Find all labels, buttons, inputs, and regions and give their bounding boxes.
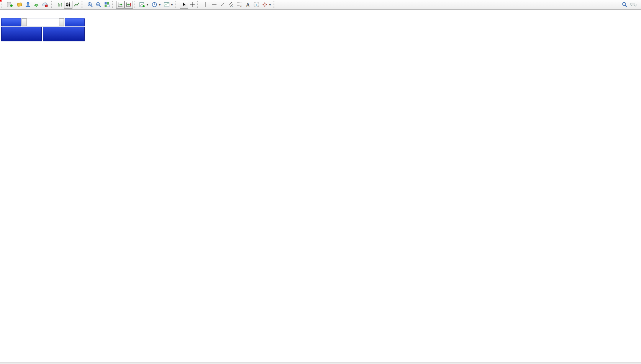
channel-icon: E <box>228 2 234 8</box>
window-bottom-strip <box>0 362 641 364</box>
volume-input[interactable] <box>27 18 59 26</box>
buy-button[interactable] <box>65 18 85 26</box>
zoom-in-button[interactable] <box>86 1 94 9</box>
signals-person-icon <box>25 2 31 8</box>
candlestick-chart-button[interactable] <box>64 1 72 9</box>
toolbar-grip[interactable] <box>112 1 115 8</box>
new-chart-dropdown[interactable]: ▼ <box>138 1 150 9</box>
auto-scroll-button[interactable] <box>116 1 125 9</box>
new-order-button[interactable] <box>6 1 15 9</box>
text-button[interactable]: A <box>244 1 252 9</box>
dropdown-caret-icon: ▼ <box>170 3 174 7</box>
toolbar-grip[interactable] <box>2 1 4 8</box>
sell-button[interactable] <box>1 18 21 26</box>
chart-shift-icon <box>126 2 132 8</box>
svg-text:T: T <box>255 3 257 7</box>
chart-shift-button[interactable] <box>125 1 133 9</box>
svg-text:A: A <box>246 2 249 8</box>
price-callout-box[interactable] <box>0 0 2 2</box>
arrows-icon <box>262 2 268 8</box>
vertical-line-button[interactable] <box>202 1 210 9</box>
line-chart-icon <box>74 2 80 8</box>
zoom-out-icon <box>95 2 102 8</box>
chat-icon <box>630 2 637 8</box>
svg-text:E: E <box>232 5 233 8</box>
toolbar-grip[interactable] <box>197 1 200 8</box>
arrows-dropdown[interactable]: ▼ <box>261 1 273 9</box>
one-click-trade-panel <box>1 18 85 41</box>
autotrading-icon <box>42 2 48 8</box>
autotrading-button[interactable] <box>41 1 51 9</box>
text-label-icon: T <box>253 2 259 8</box>
buy-price-display[interactable] <box>43 27 85 41</box>
cursor-icon <box>181 2 187 8</box>
horizontal-line-icon <box>211 2 217 8</box>
toolbar-grip[interactable] <box>175 1 178 8</box>
toolbar-grip[interactable] <box>51 1 54 8</box>
tile-windows-icon <box>104 2 110 8</box>
clock-icon <box>151 2 157 8</box>
tile-windows-button[interactable] <box>103 1 111 9</box>
zoom-out-button[interactable] <box>94 1 103 9</box>
crosshair-icon <box>189 2 195 8</box>
search-button[interactable] <box>620 1 629 9</box>
symbol-info-bar <box>3 11 7 16</box>
line-chart-button[interactable] <box>72 1 81 9</box>
new-chart-icon <box>139 2 145 8</box>
mql5-icon <box>16 2 23 8</box>
signals-button[interactable] <box>24 1 32 9</box>
zoom-in-icon <box>87 2 93 8</box>
channel-button[interactable]: E <box>227 1 235 9</box>
signal-waves-icon <box>33 2 39 8</box>
toolbar-grip[interactable] <box>134 1 136 8</box>
trendline-button[interactable] <box>218 1 227 9</box>
chart-surface[interactable] <box>0 10 641 364</box>
crosshair-button[interactable] <box>188 1 197 9</box>
auto-scroll-icon <box>117 2 123 8</box>
volume-stepper <box>21 18 64 26</box>
dropdown-caret-icon: ▼ <box>158 3 161 7</box>
horizontal-line-button[interactable] <box>210 1 218 9</box>
svg-text:F: F <box>240 5 242 8</box>
fibonacci-button[interactable]: F <box>235 1 244 9</box>
period-dropdown[interactable]: ▼ <box>150 1 162 9</box>
bar-chart-icon <box>57 2 63 8</box>
trading-platform-window: ▼ ▼ ▼ E F <box>0 0 641 364</box>
market-button[interactable] <box>32 1 41 9</box>
fibonacci-icon: F <box>236 2 243 8</box>
sell-price-display[interactable] <box>1 27 42 41</box>
chat-button[interactable] <box>629 1 638 9</box>
volume-decrease-button[interactable] <box>22 18 27 26</box>
volume-increase-button[interactable] <box>59 18 64 26</box>
new-order-icon <box>7 2 13 8</box>
trendline-icon <box>220 2 226 8</box>
dropdown-caret-icon: ▼ <box>269 3 272 7</box>
main-toolbar: ▼ ▼ ▼ E F <box>0 0 641 10</box>
indicators-icon <box>164 2 170 8</box>
mql5-community-button[interactable] <box>15 1 24 9</box>
toolbar-right-group <box>620 1 638 9</box>
candlestick-icon <box>65 2 71 8</box>
bar-chart-button[interactable] <box>56 1 64 9</box>
vertical-line-icon <box>203 2 209 8</box>
search-icon <box>621 2 628 8</box>
toolbar-grip[interactable] <box>82 1 84 8</box>
text-icon: A <box>245 2 251 8</box>
cursor-button[interactable] <box>180 1 188 9</box>
indicators-dropdown[interactable]: ▼ <box>162 1 175 9</box>
toolbar-grip[interactable] <box>274 1 276 8</box>
dropdown-caret-icon: ▼ <box>146 3 149 7</box>
text-label-button[interactable]: T <box>252 1 261 9</box>
